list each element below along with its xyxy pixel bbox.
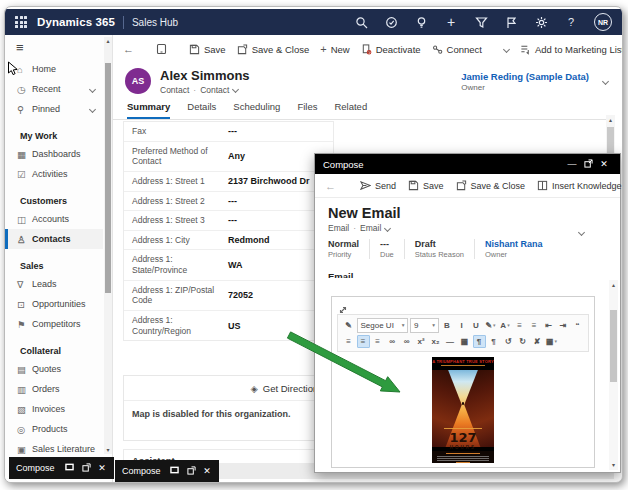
save-button[interactable]: Save xyxy=(189,44,226,55)
field-value[interactable]: WA xyxy=(228,260,243,270)
bold-button[interactable]: B xyxy=(441,319,454,332)
tab-related[interactable]: Related xyxy=(334,101,367,119)
sidebar-item-home[interactable]: ⌂ Home xyxy=(5,59,103,79)
scrollbar-thumb[interactable] xyxy=(105,63,111,293)
sidebar-scrollbar[interactable]: ▴ ▾ xyxy=(104,37,112,454)
taskbar-compose-2[interactable]: Compose ✕ xyxy=(115,460,219,482)
sidebar-item-customers-header[interactable]: Customers xyxy=(5,193,103,209)
filter-icon[interactable] xyxy=(474,15,488,29)
header-expand-chevron-icon[interactable] xyxy=(602,77,609,84)
superscript-button[interactable]: x² xyxy=(415,335,428,348)
app-launcher-waffle-icon[interactable] xyxy=(15,16,27,28)
subscript-button[interactable]: x₂ xyxy=(429,335,442,348)
compose-body-scrollbar[interactable]: ▴ ▾ xyxy=(609,280,618,470)
sidebar-item-leads[interactable]: ∇ Leads xyxy=(5,274,103,294)
tab-details[interactable]: Details xyxy=(187,101,216,119)
sidebar-item-sales-header[interactable]: Sales xyxy=(5,258,103,274)
field-value[interactable]: Any xyxy=(228,151,245,161)
popout-icon[interactable] xyxy=(80,463,92,474)
hamburger-menu-icon[interactable]: ≡ xyxy=(5,35,112,57)
field-row-address1-street2[interactable]: Address 1: Street 2 --- xyxy=(124,192,333,212)
sidebar-item-opportunities[interactable]: ⊡ Opportunities xyxy=(5,294,103,314)
connect-button[interactable]: Connect xyxy=(432,44,482,55)
sidebar-item-dashboards[interactable]: ▦ Dashboards xyxy=(5,144,103,164)
scroll-up-icon[interactable]: ▴ xyxy=(609,281,618,289)
remove-link-button[interactable]: ∞ xyxy=(400,335,413,348)
form-selector[interactable]: Contact xyxy=(200,85,229,95)
increase-indent-button[interactable]: ⇥ xyxy=(557,319,570,332)
font-size-select[interactable]: 9▾ xyxy=(410,318,439,333)
popout-icon[interactable] xyxy=(185,466,197,477)
status-field-due[interactable]: --- Due xyxy=(380,239,405,259)
minimize-icon[interactable]: — xyxy=(564,159,580,169)
sidebar-item-collateral-header[interactable]: Collateral xyxy=(5,343,103,359)
sidebar-item-competitors[interactable]: ⚑ Competitors xyxy=(5,314,103,334)
popout-icon[interactable] xyxy=(580,159,596,170)
sidebar-item-sales-literature[interactable]: ▣ Sales Literature xyxy=(5,439,103,454)
horizontal-line-button[interactable]: — xyxy=(444,335,457,348)
form-selector[interactable]: Email xyxy=(360,223,381,233)
align-center-button[interactable]: ≡ xyxy=(357,335,370,348)
close-icon[interactable]: ✕ xyxy=(202,466,212,476)
tab-scheduling[interactable]: Scheduling xyxy=(233,101,280,119)
sidebar-item-accounts[interactable]: ◫ Accounts xyxy=(5,209,103,229)
get-directions-button[interactable]: ◈ Get Directions xyxy=(124,376,333,401)
align-left-button[interactable]: ≡ xyxy=(342,335,355,348)
format-painter-icon[interactable]: ✎ xyxy=(342,319,355,332)
redo-button[interactable]: ↻ xyxy=(516,335,529,348)
maximize-icon[interactable] xyxy=(63,463,75,473)
tab-files[interactable]: Files xyxy=(297,101,317,119)
insert-table-button[interactable]: ▦ xyxy=(545,335,558,348)
user-avatar[interactable]: NR xyxy=(594,13,612,31)
bullet-list-button[interactable]: ≡ xyxy=(513,319,526,332)
status-field-owner[interactable]: Nishant Rana Owner xyxy=(485,239,553,259)
save-and-close-button[interactable]: Save & Close xyxy=(456,180,526,191)
field-value[interactable]: Redmond xyxy=(228,235,270,245)
insert-image-button[interactable]: ▦ xyxy=(458,335,471,348)
scroll-up-icon[interactable]: ▴ xyxy=(606,116,615,124)
scroll-down-icon[interactable]: ▾ xyxy=(104,446,112,454)
tab-summary[interactable]: Summary xyxy=(127,101,170,119)
close-icon[interactable]: ✕ xyxy=(596,159,612,169)
save-button[interactable]: Save xyxy=(408,180,444,191)
font-color-button[interactable]: A xyxy=(499,319,512,332)
form-selector-chevron-icon[interactable] xyxy=(232,86,239,93)
text-direction-button[interactable]: ¶ xyxy=(487,335,500,348)
scroll-up-icon[interactable]: ▴ xyxy=(104,37,112,45)
form-selector-chevron-icon[interactable] xyxy=(384,224,391,231)
sidebar-item-quotes[interactable]: ▤ Quotes xyxy=(5,359,103,379)
numbered-list-button[interactable]: ≡ xyxy=(528,319,541,332)
italic-button[interactable]: I xyxy=(455,319,468,332)
search-icon[interactable] xyxy=(354,15,368,29)
field-row-address1-zip-postal-code[interactable]: Address 1: ZIP/Postal Code 72052 xyxy=(124,281,333,311)
send-button[interactable]: Send xyxy=(360,180,396,191)
field-row-address1-city[interactable]: Address 1: City Redmond xyxy=(124,231,333,251)
lightbulb-icon[interactable] xyxy=(414,15,428,29)
field-row-preferred-method-of-contact[interactable]: Preferred Method of Contact Any xyxy=(124,142,333,172)
highlight-color-button[interactable]: ✎ xyxy=(484,319,497,332)
save-and-close-button[interactable]: Save & Close xyxy=(237,44,310,55)
quick-create-plus-icon[interactable]: + xyxy=(444,15,458,29)
sidebar-item-products[interactable]: ◎ Products xyxy=(5,419,103,439)
connect-dropdown-icon[interactable] xyxy=(504,47,509,52)
sidebar-item-pinned[interactable]: ⚲ Pinned xyxy=(5,99,103,119)
sidebar-item-orders[interactable]: ▥ Orders xyxy=(5,379,103,399)
inserted-movie-poster-image[interactable]: A TRIUMPHANT TRUE STORY 127 HOURS xyxy=(432,357,494,463)
blockquote-button[interactable]: “ xyxy=(571,319,584,332)
undo-button[interactable]: ↺ xyxy=(502,335,515,348)
clear-format-button[interactable]: ✘ xyxy=(531,335,544,348)
add-to-marketing-list-button[interactable]: Add to Marketing List xyxy=(520,44,623,55)
sidebar-item-contacts[interactable]: ♙ Contacts xyxy=(5,229,103,249)
field-value[interactable]: US xyxy=(228,321,241,331)
align-right-button[interactable]: ≡ xyxy=(371,335,384,348)
back-icon[interactable]: ← xyxy=(325,180,336,192)
paragraph-button[interactable]: ¶ xyxy=(473,335,486,348)
status-field-status-reason[interactable]: Draft Status Reason xyxy=(415,239,475,259)
owner-field[interactable]: Jamie Reding (Sample Data) Owner xyxy=(461,71,589,92)
sidebar-item-my-work-header[interactable]: My Work xyxy=(5,128,103,144)
help-icon[interactable]: ? xyxy=(564,15,578,29)
settings-gear-icon[interactable] xyxy=(534,15,548,29)
new-button[interactable]: +New xyxy=(320,43,349,55)
scrollbar-thumb[interactable] xyxy=(610,310,617,382)
back-icon[interactable]: ← xyxy=(123,43,134,55)
